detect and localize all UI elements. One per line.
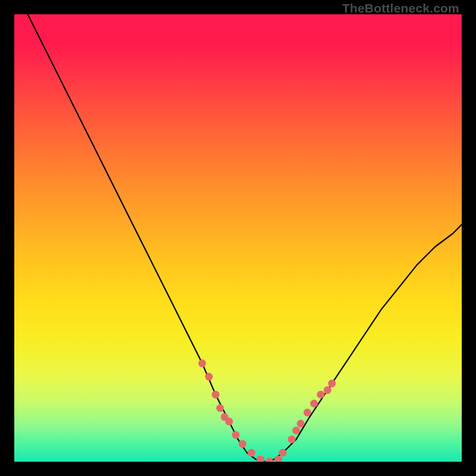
highlight-dot [226, 418, 233, 425]
highlight-dot [279, 449, 287, 457]
highlight-dot [265, 458, 273, 462]
highlight-dot [274, 456, 282, 462]
watermark-label: TheBottleneck.com [342, 1, 459, 15]
highlight-dot [232, 431, 240, 439]
highlight-dot [324, 386, 331, 394]
highlight-dots [198, 359, 336, 462]
highlight-dot [256, 456, 264, 462]
highlight-dot [248, 449, 255, 457]
highlight-dot [198, 359, 206, 367]
highlight-dot [216, 404, 224, 412]
highlight-dot [205, 373, 213, 381]
highlight-dot [303, 409, 311, 416]
highlight-dot [297, 420, 305, 428]
highlight-dot [317, 391, 325, 399]
highlight-dot [212, 391, 220, 399]
curve-path [28, 14, 462, 462]
bottleneck-curve [14, 14, 462, 462]
highlight-dot [328, 380, 336, 387]
highlight-dot [310, 400, 318, 408]
chart-frame: TheBottleneck.com [0, 0, 476, 476]
plot-area [14, 14, 462, 462]
highlight-dot [292, 427, 300, 434]
highlight-dot [239, 440, 246, 447]
highlight-dot [288, 436, 296, 443]
